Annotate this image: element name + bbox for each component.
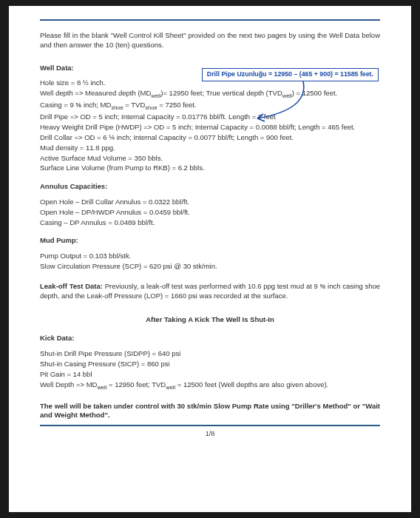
casing: Casing = 9 ⅝ inch; MDshoe = TVDshoe = 72… bbox=[40, 101, 380, 112]
hwdp: Heavy Weight Drill Pipe (HWDP) => OD = 5… bbox=[40, 123, 380, 132]
kick-l3: Pit Gain = 14 bbl bbox=[40, 370, 380, 380]
text: Well depth => Measured depth (MD bbox=[40, 89, 151, 97]
document-page: Please fill in the blank "Well Control K… bbox=[9, 6, 411, 512]
method-text: The well will be taken under control wit… bbox=[40, 402, 380, 421]
text: Well Depth => MD bbox=[40, 380, 97, 388]
kick-l4: Well Depth => MDwell = 12950 feet; TVDwe… bbox=[40, 380, 380, 391]
sub: well bbox=[97, 383, 106, 390]
well-depth: Well depth => Measured depth (MDwell)= 1… bbox=[40, 89, 380, 100]
pump-l2: Slow Circulation Pressure (SCP) = 620 ps… bbox=[40, 262, 380, 272]
annulus-l2: Open Hole – DP/HWDP Annulus = 0.0459 bbl… bbox=[40, 208, 380, 218]
bottom-rule bbox=[40, 425, 380, 426]
sub: shoe bbox=[145, 104, 157, 111]
text: ) = 12500 feet. bbox=[292, 89, 338, 97]
text: )= 12950 feet; True vertical depth (TVD bbox=[160, 89, 282, 97]
drill-collar: Drill Collar => OD = 6 ¼ inch; Internal … bbox=[40, 133, 380, 143]
annulus-l1: Open Hole – Drill Collar Annulus = 0.032… bbox=[40, 198, 380, 207]
sub: well bbox=[151, 92, 160, 99]
kick-heading: Kick Data: bbox=[40, 334, 380, 343]
surface-line: Surface Line Volume (from Pump to RKB) =… bbox=[40, 164, 380, 173]
mud-density: Mud density = 11.8 ppg. bbox=[40, 144, 380, 153]
leakoff-label: Leak-off Test Data: bbox=[40, 282, 103, 290]
intro-text: Please fill in the blank "Well Control K… bbox=[40, 31, 380, 50]
after-kick-heading: After Taking A Kick The Well Is Shut-In bbox=[40, 315, 380, 325]
text: = 12500 feet (Well depths are also given… bbox=[175, 380, 328, 388]
sub: well bbox=[282, 92, 292, 99]
sub: shoe bbox=[111, 104, 123, 111]
pump-heading: Mud Pump: bbox=[40, 236, 380, 246]
text: = 7250 feet. bbox=[158, 101, 197, 109]
kick-l2: Shut-in Casing Pressure (SICP) = 860 psi bbox=[40, 360, 380, 369]
pump-l1: Pump Output = 0.103 bbl/stk. bbox=[40, 252, 380, 261]
kick-l1: Shut-in Drill Pipe Pressure (SIDPP) = 64… bbox=[40, 349, 380, 359]
text: = 12950 feet; TVD bbox=[106, 380, 166, 388]
drill-pipe: Drill Pipe => OD = 5 inch; Internal Capa… bbox=[40, 112, 380, 122]
text: = TVD bbox=[123, 101, 146, 109]
top-rule bbox=[40, 19, 380, 21]
callout-box: Drill Pipe Uzunluğu = 12950 – (465 + 900… bbox=[202, 68, 379, 81]
page-number: 1/8 bbox=[40, 429, 380, 438]
annulus-l3: Casing – DP Annulus = 0.0489 bbl/ft. bbox=[40, 218, 380, 228]
active-surface: Active Surface Mud Volume = 350 bbls. bbox=[40, 154, 380, 164]
sub: well bbox=[166, 383, 175, 390]
annulus-heading: Annulus Capacities: bbox=[40, 182, 380, 192]
leakoff-data: Leak-off Test Data: Previously, a leak-o… bbox=[40, 282, 380, 301]
text: Casing = 9 ⅝ inch; MD bbox=[40, 101, 111, 109]
